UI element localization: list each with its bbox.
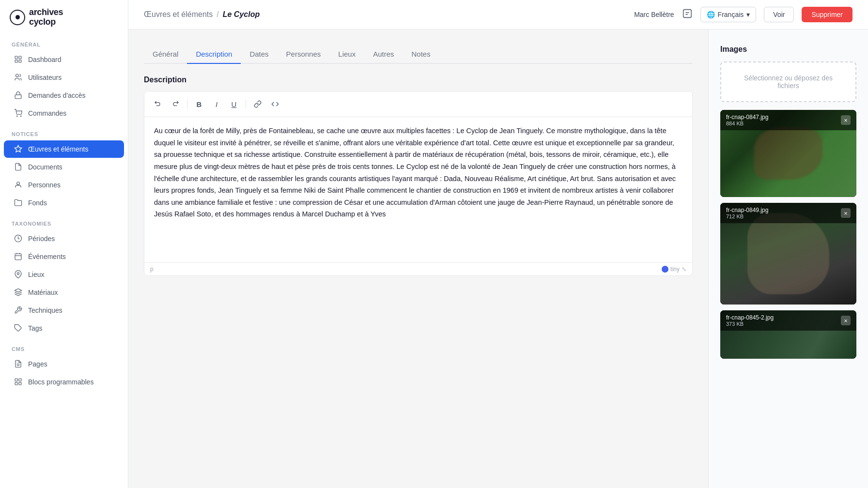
sidebar-item-techniques[interactable]: Techniques [4,302,124,319]
language-label: Français [718,11,744,18]
sidebar-item-oeuvres[interactable]: Œuvres et éléments [4,140,124,158]
tab-notes[interactable]: Notes [403,45,439,64]
image-card-header: fr-cnap-0847.jpg 884 KB × [720,110,856,130]
image-filename: fr-cnap-0845-2.jpg [726,314,774,321]
section-title: Description [144,76,693,84]
upload-area[interactable]: Sélectionnez ou déposez des fichiers [720,61,856,102]
sidebar-section-label: CMS [0,337,128,355]
content-main: GénéralDescriptionDatesPersonnesLieuxAut… [128,30,708,488]
svg-rect-21 [18,379,21,381]
breadcrumb-current: Le Cyclop [223,10,260,19]
italic-button[interactable]: I [209,96,224,112]
underline-button[interactable]: U [226,96,242,112]
svg-point-7 [20,116,21,116]
tab-description[interactable]: Description [187,45,241,64]
breadcrumb: Œuvres et éléments / Le Cyclop [144,10,260,19]
sidebar-item-materiaux[interactable]: Matériaux [4,284,124,301]
documents-icon [14,163,22,171]
editor-container: B I U Au cœur de la forêt de Milly, près… [144,91,693,276]
toolbar-separator-1 [187,99,187,109]
supprimer-button[interactable]: Supprimer [802,7,852,22]
bold-button[interactable]: B [191,96,207,112]
sidebar-item-lieux[interactable]: Lieux [4,266,124,283]
tab-lieux[interactable]: Lieux [329,45,364,64]
image-filesize: 884 KB [726,121,768,126]
image-card-header: fr-cnap-0849.jpg 712 KB × [720,203,856,223]
sidebar-item-pages[interactable]: Pages [4,355,124,373]
redo-button[interactable] [168,96,183,112]
tab-general[interactable]: Général [144,45,187,64]
image-close-button[interactable]: × [841,115,851,125]
voir-button[interactable]: Voir [764,7,794,22]
image-card: fr-cnap-0847.jpg 884 KB × [720,110,856,197]
breadcrumb-separator: / [217,10,218,19]
sidebar-item-demandes-acces[interactable]: Demandes d'accès [4,87,124,104]
sidebar-item-label: Lieux [28,271,44,278]
user-icon [682,8,693,21]
sidebar-item-label: Utilisateurs [28,74,62,81]
svg-rect-22 [18,382,21,385]
image-filename: fr-cnap-0847.jpg [726,114,768,121]
svg-rect-3 [18,60,21,62]
chevron-down-icon: ▾ [746,11,750,18]
image-filesize: 712 KB [726,214,768,219]
language-selector[interactable]: 🌐 Français ▾ [700,7,757,22]
svg-rect-23 [15,382,17,385]
lieux-icon [14,270,22,279]
tiny-label: tiny [670,266,680,273]
sidebar-item-fonds[interactable]: Fonds [4,194,124,212]
commandes-icon [14,109,22,118]
sidebar-item-utilisateurs[interactable]: Utilisateurs [4,69,124,86]
svg-rect-20 [15,379,17,381]
sidebar-item-tags[interactable]: Tags [4,320,124,337]
sidebar-item-periodes[interactable]: Périodes [4,230,124,247]
logo-icon [10,10,25,25]
tabs: GénéralDescriptionDatesPersonnesLieuxAut… [144,45,693,64]
svg-rect-5 [15,95,21,99]
sidebar-item-label: Œuvres et éléments [28,145,89,153]
evenements-icon [14,252,22,261]
logo-area: archives cyclop [0,0,128,33]
personnes-icon [14,181,22,189]
tab-dates[interactable]: Dates [241,45,277,64]
sidebar-item-label: Dashboard [28,56,62,63]
undo-button[interactable] [150,96,166,112]
sidebar-item-label: Tags [28,324,43,332]
resize-handle-icon: ⤡ [682,266,686,273]
sidebar-item-personnes[interactable]: Personnes [4,176,124,194]
oeuvres-icon [14,145,22,153]
sidebar-item-label: Périodes [28,235,55,243]
sidebar-item-blocs[interactable]: Blocs programmables [4,373,124,391]
sidebar-item-label: Commandes [28,109,66,117]
main-content: Œuvres et éléments / Le Cyclop Marc Bell… [128,0,868,488]
blocs-icon [14,378,22,386]
description-section: Description B I U [144,76,693,276]
image-card: fr-cnap-0849.jpg 712 KB × [720,203,856,305]
tab-personnes[interactable]: Personnes [278,45,330,64]
link-button[interactable] [250,96,265,112]
logo-line2: cyclop [29,17,63,27]
sidebar-item-label: Techniques [28,306,62,314]
sidebar-item-commandes[interactable]: Commandes [4,105,124,122]
code-button[interactable] [267,96,283,112]
techniques-icon [14,306,22,315]
svg-rect-2 [15,60,17,62]
sidebar-item-evenements[interactable]: Événements [4,248,124,265]
tab-autres[interactable]: Autres [364,45,403,64]
utilisateurs-icon [14,73,22,82]
sidebar-item-dashboard[interactable]: Dashboard [4,51,124,68]
image-close-button[interactable]: × [841,316,851,325]
sidebar-item-label: Demandes d'accès [28,92,86,99]
topbar: Œuvres et éléments / Le Cyclop Marc Bell… [128,0,868,30]
sidebar-item-label: Événements [28,253,66,260]
image-close-button[interactable]: × [841,208,851,218]
breadcrumb-parent: Œuvres et éléments [144,10,213,19]
editor-body[interactable]: Au cœur de la forêt de Milly, près de Fo… [144,117,692,262]
svg-marker-16 [15,289,21,292]
topbar-right: Marc Bellètre 🌐 Français ▾ Voir Supprime… [634,7,852,22]
sidebar-item-documents[interactable]: Documents [4,158,124,176]
editor-toolbar: B I U [144,92,692,117]
user-name: Marc Bellètre [634,11,674,18]
svg-point-9 [16,182,19,185]
editor-footer: p tiny ⤡ [144,262,692,275]
